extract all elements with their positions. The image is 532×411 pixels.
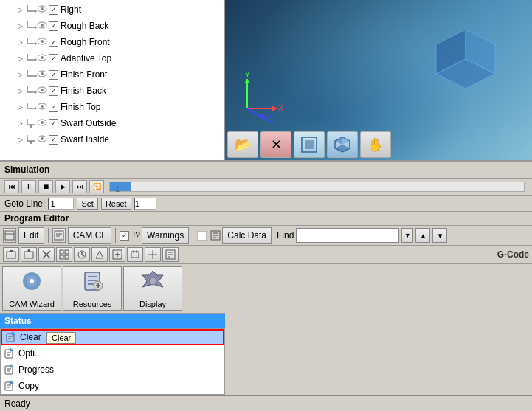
3d-model-shape — [421, 15, 510, 103]
pe2-btn-4[interactable] — [56, 247, 72, 262]
tree-expand[interactable]: ▷ — [15, 69, 25, 80]
tree-item[interactable]: ▷ Finish Back — [0, 83, 224, 99]
tree-item-label: Rough Back — [61, 21, 108, 31]
pe-separator-3 — [193, 228, 193, 243]
status-item[interactable]: Opti... — [1, 345, 224, 362]
pe2-btn-7[interactable] — [109, 247, 125, 262]
tree-item-label: Rough Front — [61, 37, 110, 47]
tree-expand[interactable]: ▷ — [15, 53, 25, 63]
pe2-btn-10[interactable] — [162, 247, 179, 262]
tree-eye — [37, 117, 47, 129]
find-dropdown-btn[interactable]: ▼ — [401, 228, 413, 243]
tree-eye — [37, 101, 47, 113]
find-input[interactable] — [296, 228, 399, 243]
pe2-btn-6[interactable] — [91, 247, 108, 262]
sim-position-value[interactable] — [114, 184, 187, 194]
tree-expand[interactable]: ▷ — [15, 21, 25, 31]
pe2-btn-9[interactable] — [145, 247, 161, 262]
close-cross-btn[interactable]: ✕ — [260, 131, 291, 158]
tree-checkbox[interactable] — [49, 86, 58, 96]
tree-expand[interactable]: ▷ — [15, 118, 25, 128]
edit-btn[interactable]: Edit — [18, 227, 44, 244]
tree-expand[interactable]: ▷ — [15, 86, 25, 96]
svg-point-8 — [41, 40, 44, 43]
tree-checkbox[interactable] — [49, 38, 58, 47]
pe2-btn-2[interactable] — [21, 247, 37, 262]
cube-btn[interactable] — [327, 131, 358, 158]
display-label: Display — [139, 300, 166, 308]
sim-step-btn[interactable]: ⏭ — [72, 180, 87, 193]
svg-rect-65 — [65, 255, 69, 259]
tree-checkbox[interactable] — [49, 103, 58, 112]
calc-data-checkbox[interactable] — [197, 231, 207, 241]
calc-icon — [210, 230, 221, 241]
eye-icon — [37, 117, 47, 128]
ready-bar: Ready — [0, 395, 532, 411]
tree-item-label: Adaptive Top — [61, 53, 111, 63]
warnings-checkbox[interactable]: ✓ — [120, 231, 129, 241]
ready-label: Ready — [4, 398, 30, 409]
tree-checkbox[interactable] — [49, 119, 58, 128]
tree-item[interactable]: ▷ Finish Front — [0, 66, 224, 83]
status-item[interactable]: ClearClear — [1, 329, 224, 345]
pe2-btn-8[interactable] — [127, 247, 143, 262]
tree-checkbox[interactable] — [49, 70, 58, 80]
tree-expand[interactable]: ▷ — [15, 4, 25, 15]
tree-item[interactable]: ▷ Swarf Outside — [0, 115, 224, 131]
simulation-progress[interactable] — [109, 182, 525, 192]
reset-value-input[interactable] — [134, 198, 156, 210]
tree-item[interactable]: ▷ Rough Front — [0, 34, 224, 50]
status-item[interactable]: Copy — [1, 378, 224, 394]
resources-btn[interactable]: Resources — [63, 266, 122, 311]
eye-icon — [37, 20, 47, 30]
tree-item[interactable]: ▷ Rough Back — [0, 18, 224, 34]
tree-item-label: Finish Back — [61, 86, 106, 96]
tree-item[interactable]: ▷ Right — [0, 1, 224, 18]
tree-expand[interactable]: ▷ — [15, 102, 25, 112]
reset-btn[interactable]: Reset — [101, 198, 131, 210]
pe2-btn-5[interactable] — [74, 247, 90, 262]
status-item[interactable]: Progress — [1, 362, 224, 378]
tree-expand[interactable]: ▷ — [15, 134, 25, 145]
svg-marker-69 — [96, 251, 103, 258]
gcode-label: G-Code — [497, 249, 529, 260]
tree-checkbox[interactable] — [49, 5, 58, 15]
tree-checkbox[interactable] — [49, 21, 58, 31]
sim-pause-btn[interactable]: ⏸ — [21, 180, 36, 193]
status-panel: ClearClear Opti... Progress Copy — [0, 328, 225, 395]
hand-btn[interactable]: ✋ — [360, 131, 391, 158]
find-next-btn[interactable]: ▼ — [432, 228, 447, 243]
goto-line-label: Goto Line: — [4, 198, 45, 209]
tree-item[interactable]: ▷ Finish Top — [0, 99, 224, 115]
view-btn[interactable] — [294, 131, 325, 158]
svg-point-93 — [149, 277, 156, 285]
viewport-panel[interactable]: X Y Z 📂 ✕ — [225, 0, 532, 160]
tree-item[interactable]: ▷ Swarf Inside — [0, 131, 224, 148]
set-btn[interactable]: Set — [77, 198, 98, 210]
pe2-btn-3[interactable] — [38, 247, 55, 262]
svg-point-11 — [41, 56, 44, 59]
cam-cl-icon[interactable] — [52, 228, 66, 243]
warnings-btn[interactable]: Warnings — [142, 227, 189, 244]
goto-line-input[interactable] — [48, 198, 74, 210]
tree-checkbox[interactable] — [49, 135, 58, 145]
pe2-btn-1[interactable] — [3, 247, 19, 262]
svg-point-59 — [28, 249, 30, 252]
cam-wizard-btn[interactable]: CAM Wizard — [2, 266, 61, 311]
open-folder-btn[interactable]: 📂 — [227, 131, 258, 158]
tree-item[interactable]: ▷ Adaptive Top — [0, 50, 224, 66]
display-icon — [141, 269, 165, 297]
tree-item-label: Right — [61, 4, 81, 15]
find-prev-btn[interactable]: ▲ — [415, 228, 430, 243]
display-btn[interactable]: Display — [123, 266, 182, 311]
sim-play-btn[interactable]: ▶ — [55, 180, 70, 193]
calc-data-btn[interactable]: Calc Data — [222, 227, 272, 244]
sim-skip-start-btn[interactable]: ⏮ — [4, 180, 19, 193]
sim-stop-btn[interactable]: ⏹ — [38, 180, 53, 193]
sim-repeat-btn[interactable]: 🔁 — [89, 180, 104, 193]
cam-cl-btn[interactable]: CAM CL — [68, 227, 111, 244]
tree-expand[interactable]: ▷ — [15, 37, 25, 47]
pe-small-icon-btn[interactable] — [3, 228, 16, 243]
tree-path-icon — [25, 85, 37, 97]
tree-checkbox[interactable] — [49, 54, 58, 63]
